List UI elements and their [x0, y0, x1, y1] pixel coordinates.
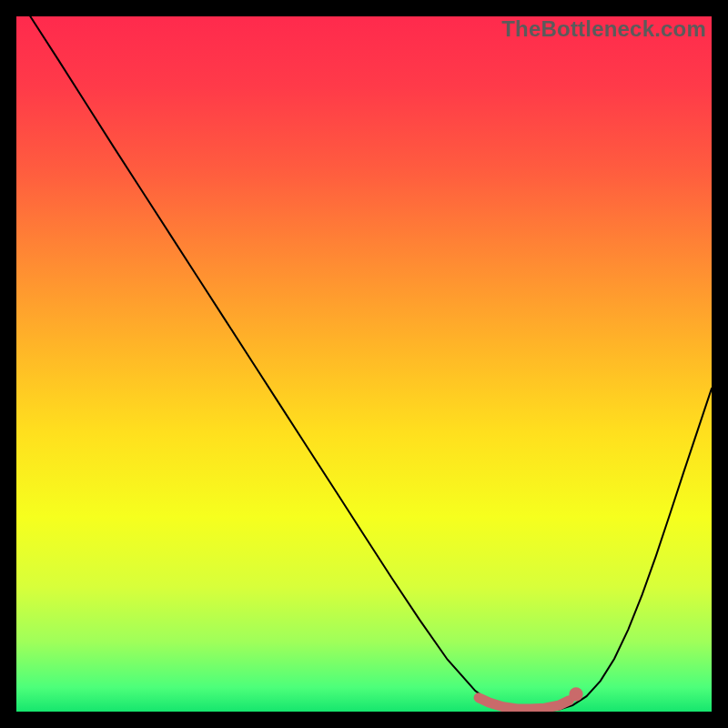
optimal-point-dot	[569, 687, 582, 701]
watermark-text: TheBottleneck.com	[501, 16, 706, 42]
gradient-background	[16, 16, 712, 712]
bottleneck-chart	[16, 16, 712, 712]
chart-frame: TheBottleneck.com	[16, 16, 712, 712]
